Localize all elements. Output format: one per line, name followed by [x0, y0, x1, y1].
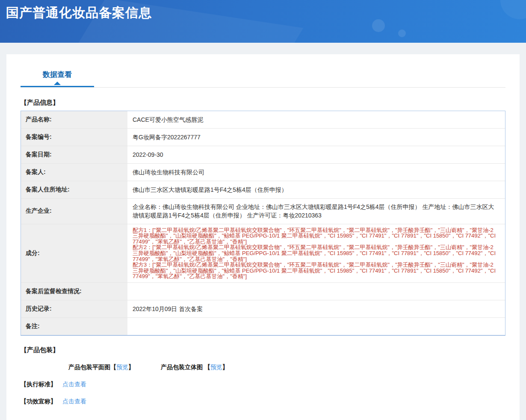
row-label: 备案日期:: [21, 146, 127, 163]
tab-bar: 数据查看: [21, 65, 505, 88]
packaging-flat-label: 产品包装平面图【: [68, 364, 116, 370]
row-label: 产品名称:: [21, 111, 127, 128]
row-label: 历史记录:: [21, 300, 127, 317]
table-row-ingredients: 成分: 配方1：["聚二甲基硅氧烷/乙烯基聚二甲基硅氧烷交联聚合物"，"环五聚二…: [21, 224, 505, 283]
execution-standard-view-link[interactable]: 点击查看: [62, 381, 86, 388]
packaging-flat-preview-link[interactable]: 预览: [116, 364, 128, 370]
product-info-table: 产品名称: CACE可爱小熊空气感唇泥 备案编号: 粤G妆网备字20222677…: [21, 111, 505, 336]
row-value: 2022-09-30: [127, 146, 505, 163]
page-title: 国产普通化妆品备案信息: [0, 0, 526, 22]
packaging-row: 产品包装平面图【预览】 产品包装立体图 【预览】: [68, 364, 505, 371]
product-info-section-title: 【产品信息】: [21, 99, 505, 107]
tab-data-view[interactable]: 数据查看: [21, 65, 94, 87]
formula-line-3: 配方3：["聚二甲基硅氧烷/乙烯基聚二甲基硅氧烷交联聚合物"，"环五聚二甲基硅氧…: [133, 262, 500, 279]
packaging-solid-bracket: 】: [222, 364, 228, 370]
efficacy-claim-view-link[interactable]: 点击查看: [62, 398, 86, 405]
table-row-registrant-address: 备案人住所地址: 佛山市三水区大塘镇彩暖星路1号F4之5栋4层（住所申报）: [21, 181, 505, 199]
row-value: [127, 318, 505, 335]
table-row-supervision: 备案后监督检查情况:: [21, 283, 505, 300]
row-label: 成分:: [21, 224, 127, 282]
table-row-registrant: 备案人: 佛山琦妆生物科技有限公司: [21, 164, 505, 181]
row-value: 2022年10月09日 首次备案: [127, 300, 505, 317]
row-label: 备注:: [21, 318, 127, 335]
table-row-history: 历史记录: 2022年10月09日 首次备案: [21, 300, 505, 318]
row-label: 备案编号:: [21, 129, 127, 146]
table-row-filing-number: 备案编号: 粤G妆网备字2022267777: [21, 129, 505, 146]
row-value: [127, 283, 505, 300]
row-value: 粤G妆网备字2022267777: [127, 129, 505, 146]
row-label: 备案后监督检查情况:: [21, 283, 127, 300]
packaging-solid-preview-link[interactable]: 预览: [210, 364, 222, 370]
row-value: CACE可爱小熊空气感唇泥: [127, 111, 505, 128]
table-row-remarks: 备注:: [21, 318, 505, 335]
page-header: 国产普通化妆品备案信息: [0, 0, 526, 43]
row-value: 佛山市三水区大塘镇彩暖星路1号F4之5栋4层（住所申报）: [127, 181, 505, 198]
row-value: 佛山琦妆生物科技有限公司: [127, 164, 505, 181]
formula-line-2: 配方2：["聚二甲基硅氧烷/乙烯基聚二甲基硅氧烷交联聚合物"，"环五聚二甲基硅氧…: [133, 244, 500, 262]
product-packaging-section-title: 【产品包装】: [21, 346, 505, 354]
table-row-filing-date: 备案日期: 2022-09-30: [21, 146, 505, 164]
row-value: 企业名称：佛山琦妆生物科技有限公司 企业地址：佛山市三水区大塘镇彩暖星路1号F4…: [127, 199, 505, 224]
tab-data-view-label: 数据查看: [43, 70, 72, 79]
tab-active-arrow-icon: [54, 82, 61, 85]
execution-standard-row: 【执行标准】点击查看: [21, 381, 505, 388]
row-label: 备案人:: [21, 164, 127, 181]
execution-standard-title: 【执行标准】: [21, 381, 56, 388]
packaging-solid-item: 产品包装立体图 【预览】: [161, 364, 228, 370]
ingredients-value: 配方1：["聚二甲基硅氧烷/乙烯基聚二甲基硅氧烷交联聚合物"，"环五聚二甲基硅氧…: [127, 224, 505, 282]
packaging-solid-label: 产品包装立体图 【: [161, 364, 210, 370]
packaging-flat-bracket: 】: [128, 364, 134, 370]
row-label: 生产企业:: [21, 199, 127, 224]
packaging-flat-item: 产品包装平面图【预览】: [68, 364, 136, 370]
content-card: 数据查看 【产品信息】 产品名称: CACE可爱小熊空气感唇泥 备案编号: 粤G…: [6, 54, 520, 420]
table-row-manufacturer: 生产企业: 企业名称：佛山琦妆生物科技有限公司 企业地址：佛山市三水区大塘镇彩暖…: [21, 199, 505, 224]
row-label: 备案人住所地址:: [21, 181, 127, 198]
formula-line-1: 配方1：["聚二甲基硅氧烷/乙烯基聚二甲基硅氧烷交联聚合物"，"环五聚二甲基硅氧…: [133, 227, 500, 245]
efficacy-claim-title: 【功效宣称】: [21, 398, 56, 405]
table-row-product-name: 产品名称: CACE可爱小熊空气感唇泥: [21, 111, 505, 129]
efficacy-claim-row: 【功效宣称】点击查看: [21, 398, 505, 405]
